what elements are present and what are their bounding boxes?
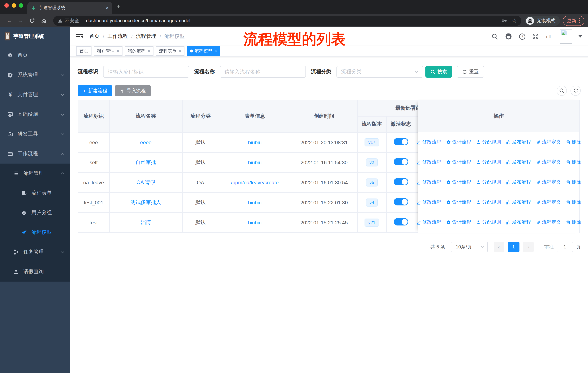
font-size-icon[interactable]: TT [545,33,553,40]
tag-process-model[interactable]: 流程模型× [187,46,220,56]
breadcrumb-home[interactable]: 首页 [89,33,100,40]
new-tab-button[interactable]: + [117,3,120,10]
avatar[interactable] [560,29,572,44]
edit-process-link[interactable]: 修改流程 [416,159,441,165]
tag-close-icon[interactable]: × [148,49,150,53]
process-definition-link[interactable]: 流程定义 [536,179,561,185]
active-status-toggle[interactable] [394,158,408,165]
edit-process-link[interactable]: 修改流程 [416,179,441,185]
search-button[interactable]: 搜索 [425,66,452,78]
breadcrumb-workflow[interactable]: 工作流程 [107,33,128,40]
model-name-link[interactable]: 自己审批 [136,159,156,165]
url-bar[interactable]: 不安全 dashboard.yudao.iocoder.cn/bpm/manag… [53,15,521,26]
publish-process-link[interactable]: 发布流程 [506,219,531,225]
sidebar-item-leave-query[interactable]: 请假查询 [0,262,70,282]
help-icon[interactable]: ? [519,33,526,40]
model-name-link[interactable]: 滔博 [141,219,151,225]
sidebar-item-workflow[interactable]: 工作流程 [0,144,70,163]
assign-rule-link[interactable]: 分配规则 [476,199,501,205]
tag-tenant[interactable]: 租户管理× [94,46,123,56]
refresh-table-button[interactable] [570,86,581,96]
form-info-link[interactable]: biubiu [248,220,262,225]
process-definition-link[interactable]: 流程定义 [536,139,561,145]
filter-name-input[interactable] [220,66,306,78]
delete-link[interactable]: 删除 [566,139,581,145]
tag-close-icon[interactable]: × [179,49,181,53]
active-status-toggle[interactable] [394,218,408,225]
show-search-button[interactable] [557,86,567,96]
forward-icon[interactable]: → [18,18,23,24]
sidebar-item-process-model[interactable]: 流程模型 [0,222,70,242]
breadcrumb-process-mgmt[interactable]: 流程管理 [136,33,156,40]
design-process-link[interactable]: 设计流程 [446,219,471,225]
create-process-button[interactable]: + 新建流程 [78,85,112,96]
form-info-link[interactable]: biubiu [248,139,262,145]
page-number-current[interactable]: 1 [508,242,519,252]
fullscreen-icon[interactable] [532,33,539,40]
form-info-link[interactable]: biubiu [248,159,262,165]
design-process-link[interactable]: 设计流程 [446,139,471,145]
sidebar-item-payment[interactable]: ¥ 支付管理 [0,85,70,105]
sidebar-item-process-mgmt[interactable]: 流程管理 [0,163,70,183]
avatar-dropdown-icon[interactable] [578,35,582,38]
assign-rule-link[interactable]: 分配规则 [476,219,501,225]
tag-home[interactable]: 首页 [76,46,92,56]
password-key-icon[interactable] [501,18,507,24]
publish-process-link[interactable]: 发布流程 [506,179,531,185]
home-icon[interactable] [41,18,47,23]
form-info-link[interactable]: biubiu [248,200,262,205]
reset-button[interactable]: 重置 [457,66,484,78]
design-process-link[interactable]: 设计流程 [446,159,471,165]
active-status-toggle[interactable] [394,178,408,185]
sidebar-item-task-mgmt[interactable]: 任务管理 [0,242,70,262]
edit-process-link[interactable]: 修改流程 [416,199,441,205]
form-info-link[interactable]: /bpm/oa/leave/create [231,179,279,185]
sidebar-fold-icon[interactable] [76,33,84,40]
filter-category-select[interactable]: 流程分类 [336,66,423,78]
tag-close-icon[interactable]: × [214,49,217,53]
delete-link[interactable]: 删除 [566,159,581,165]
delete-link[interactable]: 删除 [566,179,581,185]
publish-process-link[interactable]: 发布流程 [506,159,531,165]
publish-process-link[interactable]: 发布流程 [506,139,531,145]
model-name-link[interactable]: OA 请假 [136,179,155,185]
import-process-button[interactable]: 导入流程 [115,85,151,96]
maximize-window-button[interactable] [19,3,23,8]
edit-process-link[interactable]: 修改流程 [416,139,441,145]
sidebar-item-home[interactable]: 首页 [0,46,70,65]
sidebar-item-user-group[interactable]: 用户分组 [0,203,70,222]
delete-link[interactable]: 删除 [566,219,581,225]
sidebar-item-system[interactable]: 系统管理 [0,65,70,85]
security-warning-icon[interactable] [58,18,63,23]
tag-close-icon[interactable]: × [117,49,119,53]
browser-menu-icon[interactable] [579,18,580,23]
design-process-link[interactable]: 设计流程 [446,179,471,185]
goto-page-input[interactable] [557,242,573,252]
sidebar-item-devtools[interactable]: 研发工具 [0,124,70,144]
model-name-link[interactable]: eeee [140,139,151,145]
process-definition-link[interactable]: 流程定义 [536,159,561,165]
tag-my-process[interactable]: 我的流程× [125,46,153,56]
active-status-toggle[interactable] [394,198,408,205]
active-status-toggle[interactable] [394,138,408,145]
assign-rule-link[interactable]: 分配规则 [476,179,501,185]
edit-process-link[interactable]: 修改流程 [416,219,441,225]
back-icon[interactable]: ← [7,18,12,24]
reload-icon[interactable] [29,18,35,23]
assign-rule-link[interactable]: 分配规则 [476,139,501,145]
github-icon[interactable] [505,33,512,40]
delete-link[interactable]: 删除 [566,199,581,205]
close-window-button[interactable] [4,3,9,8]
prev-page-button[interactable]: ‹ [494,242,504,252]
design-process-link[interactable]: 设计流程 [446,199,471,205]
search-icon[interactable] [491,33,498,40]
next-page-button[interactable]: › [523,242,534,252]
browser-tab[interactable]: 芋道管理系统 × [27,2,112,14]
process-definition-link[interactable]: 流程定义 [536,219,561,225]
filter-id-input[interactable] [103,66,189,78]
minimize-window-button[interactable] [12,3,16,8]
bookmark-star-icon[interactable]: ☆ [512,17,517,24]
tag-process-form[interactable]: 流程表单× [156,46,184,56]
model-name-link[interactable]: 测试多审批人 [130,199,161,205]
assign-rule-link[interactable]: 分配规则 [476,159,501,165]
